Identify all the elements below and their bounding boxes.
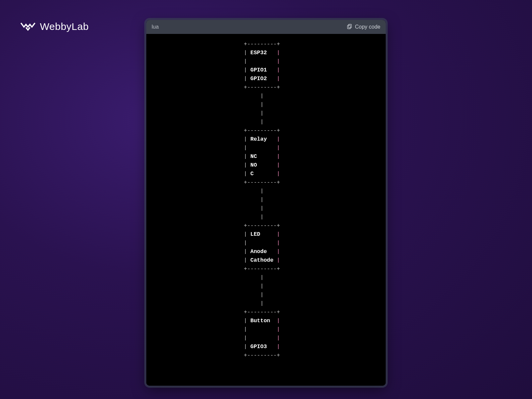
code-block-body: +---------+ | ESP32 | | | | GPIO1 | | GP…: [146, 34, 386, 386]
code-language-label: lua: [152, 24, 159, 30]
brand-name: WebbyLab: [40, 21, 89, 32]
code-block: lua Copy code +---------+ | ESP32 |: [146, 20, 386, 386]
copy-code-label: Copy code: [355, 24, 381, 30]
svg-rect-0: [348, 24, 351, 28]
clipboard-icon: [346, 23, 352, 31]
ascii-diagram: +---------+ | ESP32 | | | | GPIO1 | | GP…: [152, 40, 380, 360]
code-block-header: lua Copy code: [146, 20, 386, 34]
brand-logo: WebbyLab: [20, 21, 89, 33]
copy-code-button[interactable]: Copy code: [346, 23, 381, 31]
svg-rect-1: [347, 25, 350, 29]
brand-logo-icon: [20, 21, 36, 33]
